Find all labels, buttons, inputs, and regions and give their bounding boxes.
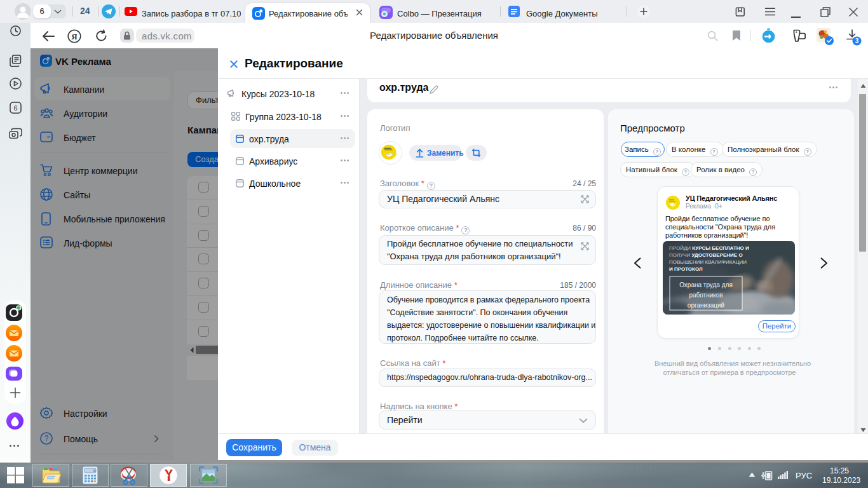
svg-text:ПОВЫШЕНИИ КВАЛИФИКАЦИИ: ПОВЫШЕНИИ КВАЛИФИКАЦИИ	[669, 259, 747, 265]
svg-text:работников: работников	[689, 292, 722, 299]
svg-text:6: 6	[13, 104, 17, 112]
svg-text:ПРОЙДИ КУРСЫ БЕСПЛАТНО И: ПРОЙДИ КУРСЫ БЕСПЛАТНО И	[669, 245, 749, 251]
svg-text:Охрана труда для: Охрана труда для	[679, 281, 733, 288]
svg-text:И ПРОТОКОЛ: И ПРОТОКОЛ	[669, 266, 703, 272]
svg-text:ПОЛУЧИ УДОСТОВЕРЕНИЕ О: ПОЛУЧИ УДОСТОВЕРЕНИЕ О	[669, 252, 743, 258]
svg-text:3: 3	[855, 37, 859, 44]
svg-text:организаций: организаций	[688, 302, 724, 309]
